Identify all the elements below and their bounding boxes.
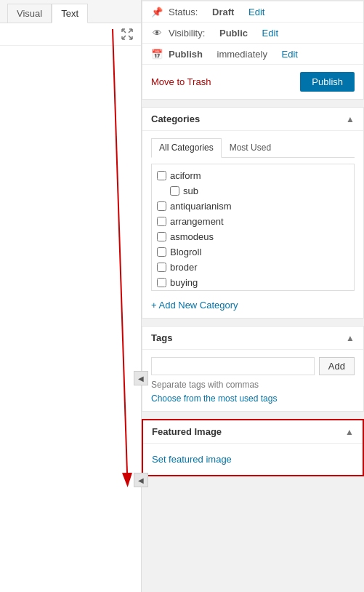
category-checkbox-blogroll[interactable] — [157, 247, 166, 257]
category-label: broder — [170, 262, 198, 273]
categories-title: Categories — [151, 113, 200, 124]
category-label: antiquarianism — [170, 201, 232, 212]
sidebar: 📌 Status: Draft Edit 👁 Visibility: Publi… — [142, 0, 364, 592]
status-value: Draft — [212, 7, 234, 17]
publish-box: 📌 Status: Draft Edit 👁 Visibility: Publi… — [142, 0, 364, 100]
visibility-label: Visibility: — [169, 28, 205, 39]
categories-tabs: All Categories Most Used — [151, 138, 355, 158]
category-label: asmodeus — [170, 231, 214, 242]
editor-content[interactable] — [0, 46, 141, 337]
set-featured-image-link[interactable]: Set featured image — [152, 451, 232, 468]
category-label: sub — [183, 185, 198, 196]
category-label: aciform — [170, 170, 201, 181]
tab-text[interactable]: Text — [52, 4, 88, 23]
category-checkbox-asmodeus[interactable] — [157, 232, 166, 241]
categories-list: aciform sub antiquarianism arrangem — [152, 164, 354, 291]
publish-edit-link[interactable]: Edit — [282, 49, 298, 60]
category-checkbox-broder[interactable] — [157, 263, 166, 272]
publish-time-value: immediately — [217, 49, 267, 60]
add-new-category-link[interactable]: Add New Category — [151, 300, 238, 311]
fullscreen-icon[interactable] — [121, 28, 134, 41]
category-label: buying — [170, 277, 198, 288]
publish-actions: Move to Trash Publish — [142, 65, 363, 99]
status-row: 📌 Status: Draft Edit — [142, 1, 363, 23]
tab-most-used[interactable]: Most Used — [222, 138, 279, 157]
category-checkbox-sub[interactable] — [170, 186, 179, 196]
featured-image-title: Featured Image — [152, 426, 222, 437]
editor-toolbar — [0, 23, 141, 46]
list-item: buying — [155, 275, 350, 290]
publish-time-row: 📅 Publish immediately Edit — [142, 44, 363, 65]
left-toggle-1[interactable]: ◀ — [134, 371, 148, 385]
categories-toggle-icon[interactable]: ▲ — [346, 114, 355, 124]
featured-image-toggle-icon[interactable]: ▲ — [345, 427, 354, 437]
categories-body: All Categories Most Used aciform sub — [142, 131, 363, 318]
featured-image-box: Featured Image ▲ Set featured image — [142, 419, 364, 476]
featured-image-header[interactable]: Featured Image ▲ — [143, 420, 363, 444]
status-label: Status: — [169, 7, 198, 17]
category-label: arrangement — [170, 216, 224, 227]
list-item: antiquarianism — [155, 199, 350, 214]
list-item: Blogroll — [155, 244, 350, 260]
calendar-icon: 📅 — [151, 48, 163, 60]
tab-visual[interactable]: Visual — [7, 4, 52, 23]
list-item: asmodeus — [155, 229, 350, 244]
category-checkbox-arrangement[interactable] — [157, 217, 166, 226]
collapse-icon-2: ◀ — [138, 476, 144, 484]
tags-input[interactable] — [151, 357, 315, 375]
editor-tabs: Visual Text — [0, 0, 141, 23]
categories-list-wrapper: aciform sub antiquarianism arrangem — [151, 164, 355, 291]
category-checkbox-aciform[interactable] — [157, 171, 166, 180]
list-item: broder — [155, 260, 350, 275]
tags-hint: Separate tags with commas — [151, 380, 355, 390]
publish-label: Publish — [169, 49, 203, 60]
categories-header[interactable]: Categories ▲ — [142, 108, 363, 131]
editor-area: Visual Text ◀ ◀ — [0, 0, 142, 592]
list-item: aciform — [155, 168, 350, 183]
move-to-trash-link[interactable]: Move to Trash — [151, 76, 211, 87]
list-item: arrangement — [155, 214, 350, 229]
visibility-edit-link[interactable]: Edit — [262, 28, 278, 39]
status-edit-link[interactable]: Edit — [248, 7, 264, 17]
tags-title: Tags — [151, 332, 172, 343]
categories-box: Categories ▲ All Categories Most Used ac… — [142, 107, 364, 319]
list-item: sub — [155, 183, 350, 199]
category-checkbox-antiquarianism[interactable] — [157, 201, 166, 211]
pin-icon: 📌 — [151, 6, 163, 17]
tags-box: Tags ▲ Add Separate tags with commas Cho… — [142, 326, 364, 412]
collapse-icon-1: ◀ — [138, 375, 144, 383]
tags-most-used-link[interactable]: Choose from the most used tags — [151, 393, 277, 404]
tags-input-row: Add — [151, 357, 355, 375]
tags-body: Add Separate tags with commas Choose fro… — [142, 350, 363, 411]
category-checkbox-buying[interactable] — [157, 278, 166, 287]
tags-header[interactable]: Tags ▲ — [142, 327, 363, 350]
tags-toggle-icon[interactable]: ▲ — [346, 333, 355, 343]
category-label: Blogroll — [170, 247, 201, 257]
eye-icon: 👁 — [151, 27, 163, 39]
publish-button[interactable]: Publish — [300, 72, 355, 92]
left-toggle-2[interactable]: ◀ — [134, 473, 148, 487]
tab-all-categories[interactable]: All Categories — [151, 138, 222, 158]
visibility-value: Public — [219, 28, 248, 39]
tags-add-button[interactable]: Add — [319, 357, 355, 375]
featured-image-body: Set featured image — [143, 444, 363, 475]
visibility-row: 👁 Visibility: Public Edit — [142, 23, 363, 44]
